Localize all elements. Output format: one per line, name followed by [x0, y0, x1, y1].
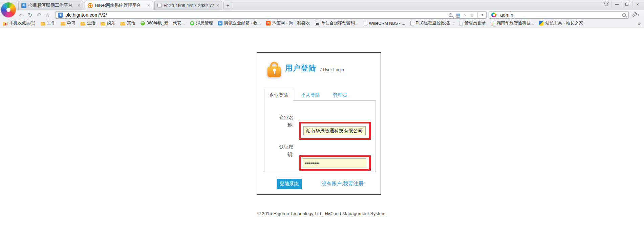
- footer-copyright: © 2015 Hignton Technology Ltd . HiCloud …: [0, 211, 644, 216]
- bookmark-item-7[interactable]: 360导航_新一代安...: [141, 20, 185, 26]
- browser-tab-3[interactable]: H120-1509-1617-2932-77×: [154, 1, 222, 10]
- chinaz-icon: [539, 21, 543, 25]
- browser-tab-1[interactable]: 今今目标互联网工作平台×: [18, 1, 83, 10]
- search-engine-icon[interactable]: [491, 13, 496, 17]
- qr-code-icon[interactable]: ▦: [455, 13, 460, 18]
- red-highlight-box-1: [299, 122, 371, 140]
- tab-strip-tabs: 今今目标互联网工作平台×HiNet网络系统管理平台×H120-1509-1617…: [18, 1, 232, 10]
- skin-button[interactable]: [601, 1, 611, 8]
- bookmark-label: 湖南华辰智通科技...: [497, 20, 534, 26]
- folder-icon: [101, 22, 105, 25]
- lightning-icon[interactable]: ⚡: [464, 13, 467, 18]
- bookmark-item-6[interactable]: 其他: [121, 20, 135, 26]
- page-icon: [364, 21, 367, 25]
- close-icon: ×: [636, 2, 639, 7]
- bookmarks-bar: 手机收藏夹(1)工作学习生活娱乐其他360导航_新一代安...消息管理M腾讯企业…: [0, 19, 644, 27]
- bookmark-label: 娱乐: [107, 20, 115, 26]
- bookmark-label: 360导航_新一代安...: [147, 20, 185, 26]
- tab-strip: 今今目标互联网工作平台×HiNet网络系统管理平台×H120-1509-1617…: [0, 0, 644, 10]
- refresh-icon[interactable]: ↻: [26, 12, 35, 18]
- login-form: 企业名称:认证密钥:: [264, 100, 376, 172]
- bookmark-item-14[interactable]: 管理员登录: [459, 20, 486, 26]
- bookmark-item-8[interactable]: 消息管理: [190, 20, 213, 26]
- browser-tab-label: 今目标互联网工作平台: [28, 2, 76, 8]
- bookmark-item-15[interactable]: 湖南华辰智通科技...: [491, 20, 534, 26]
- login-submit-button[interactable]: 登陆系统: [277, 179, 302, 189]
- page-icon: [410, 21, 414, 25]
- bookmark-item-1[interactable]: 手机收藏夹(1): [3, 20, 36, 26]
- login-tab-2[interactable]: 个人登陆: [296, 89, 325, 101]
- bookmarks-overflow-icon[interactable]: »: [638, 21, 641, 26]
- bookmark-item-2[interactable]: 工作: [41, 20, 56, 26]
- page-content: 用户登陆 / User Login 企业登陆个人登陆管理员 企业名称:认证密钥:…: [0, 28, 644, 230]
- zoom-icon[interactable]: [449, 13, 452, 17]
- green-360-icon: [141, 21, 145, 25]
- browser-logo-icon[interactable]: [1, 2, 16, 17]
- restore-button[interactable]: [622, 1, 632, 8]
- bookmark-item-10[interactable]: 淘淘宝网 - 淘！我喜欢: [266, 20, 310, 26]
- site-shield-icon[interactable]: +: [58, 13, 63, 18]
- nav-icons: ⇦↻↶☆⊞: [17, 10, 61, 20]
- browser-tab-2[interactable]: HiNet网络系统管理平台×: [85, 1, 153, 10]
- company-name-input[interactable]: [303, 126, 366, 135]
- search-input[interactable]: admin: [500, 12, 619, 18]
- taobao-icon: 淘: [266, 21, 271, 25]
- auth-key-input[interactable]: [303, 158, 366, 168]
- restore-icon: [625, 2, 629, 7]
- favorite-page-star-icon[interactable]: ☆: [470, 12, 474, 18]
- bookmark-label: PLC远程监控|设备...: [416, 20, 454, 26]
- address-bar[interactable]: + plc.hignton.com/V2/ ▦ ⚡ ☆ ▼: [55, 11, 487, 19]
- bookmark-item-16[interactable]: 站长工具 - 站长之家: [539, 20, 583, 26]
- register-link[interactable]: 没有账户,我要注册!: [321, 180, 365, 187]
- bookmark-label: 生活: [87, 20, 95, 26]
- bookmark-label: 站长工具 - 站长之家: [545, 20, 583, 26]
- bookmark-item-9[interactable]: M腾讯企业邮箱 - 收...: [218, 20, 261, 26]
- shirt-icon: [603, 1, 609, 7]
- tab-close-icon[interactable]: ×: [78, 3, 80, 8]
- new-tab-button[interactable]: +: [223, 2, 232, 9]
- bookmark-item-11[interactable]: 单仁合强移动营销...: [315, 20, 358, 26]
- bookmark-item-4[interactable]: 生活: [81, 20, 95, 26]
- mail-icon: M: [218, 21, 222, 25]
- page-favicon: [157, 3, 162, 8]
- bookmark-label: 学习: [67, 20, 76, 26]
- search-go-icon[interactable]: [622, 13, 626, 17]
- bookmark-label: WiseCRM NBS - ...: [369, 21, 405, 26]
- field-label-2: 认证密钥:: [276, 143, 294, 158]
- tools-button[interactable]: ▾: [631, 11, 639, 19]
- bookmark-label: 淘宝网 - 淘！我喜欢: [272, 20, 310, 26]
- tools-caret-icon: ▾: [638, 13, 639, 17]
- bookmark-item-3[interactable]: 学习: [61, 20, 76, 26]
- login-tab-3[interactable]: 管理员: [328, 89, 352, 101]
- login-tabs: 企业登陆个人登陆管理员: [264, 89, 355, 101]
- bookmark-label: 腾讯企业邮箱 - 收...: [224, 20, 261, 26]
- page-icon: [459, 21, 463, 25]
- search-box[interactable]: ▾ admin: [489, 11, 629, 19]
- photo-icon: [315, 21, 319, 25]
- search-engine-caret-icon[interactable]: ▾: [496, 13, 498, 17]
- tab-close-icon[interactable]: ×: [216, 3, 219, 8]
- phone-folder-icon: [3, 22, 7, 25]
- bookmark-item-12[interactable]: WiseCRM NBS - ...: [364, 21, 405, 26]
- field-label-1: 企业名称:: [276, 114, 294, 129]
- bookmark-item-13[interactable]: PLC远程监控|设备...: [410, 20, 454, 26]
- browser-tab-label: HiNet网络系统管理平台: [95, 2, 145, 8]
- jin-favicon: 今: [21, 3, 26, 8]
- chart-icon: [491, 21, 495, 25]
- login-header: 用户登陆 / User Login: [285, 63, 344, 73]
- url-text[interactable]: plc.hignton.com/V2/: [65, 12, 107, 18]
- bookmark-label: 手机收藏夹(1): [9, 20, 36, 26]
- bookmark-item-5[interactable]: 娱乐: [101, 20, 115, 26]
- browser-chrome: 今今目标互联网工作平台×HiNet网络系统管理平台×H120-1509-1617…: [0, 0, 644, 27]
- tab-close-icon[interactable]: ×: [147, 3, 150, 8]
- flame-favicon: [88, 3, 93, 8]
- back-icon[interactable]: ⇦: [17, 12, 26, 18]
- undo-icon[interactable]: ↶: [35, 12, 43, 18]
- minimize-button[interactable]: [611, 1, 622, 8]
- favorite-star-icon[interactable]: ☆: [43, 12, 52, 18]
- folder-icon: [81, 22, 85, 25]
- dropdown-caret-icon[interactable]: ▼: [481, 13, 484, 17]
- login-tab-1[interactable]: 企业登陆: [264, 89, 293, 101]
- green-msg-icon: [190, 21, 194, 25]
- close-window-button[interactable]: ×: [632, 1, 643, 8]
